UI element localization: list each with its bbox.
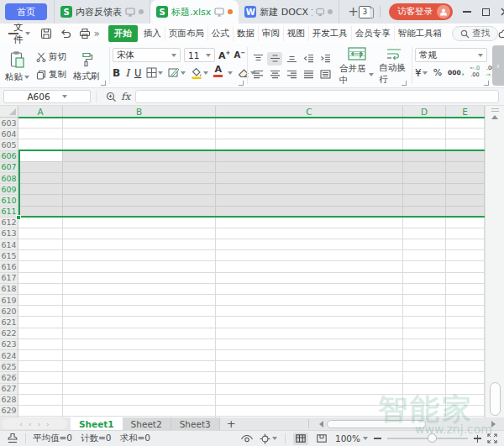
- cell-D612[interactable]: [403, 218, 446, 228]
- split-handle[interactable]: [491, 108, 499, 112]
- cell-C603[interactable]: [216, 118, 403, 129]
- cut-button[interactable]: 剪切: [36, 50, 66, 64]
- row-header-619[interactable]: 619: [0, 295, 18, 306]
- zoom-formula-icon[interactable]: [106, 92, 117, 102]
- copy-button[interactable]: 复制: [36, 68, 66, 81]
- minimize-button[interactable]: [463, 11, 471, 13]
- cell-E606[interactable]: [446, 151, 485, 162]
- font-color-button[interactable]: A: [213, 66, 223, 80]
- cell-E628[interactable]: [446, 395, 485, 406]
- increase-decimal-button[interactable]: ←.0.00: [470, 66, 480, 80]
- row-header-609[interactable]: 609: [0, 184, 18, 195]
- row-header-607[interactable]: 607: [0, 162, 18, 173]
- cell-A621[interactable]: [18, 317, 63, 328]
- select-all-corner[interactable]: [0, 106, 18, 118]
- number-format-select[interactable]: 常规: [415, 48, 487, 62]
- cell-B608[interactable]: [63, 173, 216, 184]
- increase-indent-button[interactable]: [318, 52, 333, 66]
- row-header-614[interactable]: 614: [0, 239, 18, 250]
- ribbon-tab-开始[interactable]: 开始: [108, 25, 138, 42]
- cell-C609[interactable]: [216, 184, 403, 195]
- row-header-603[interactable]: 603: [0, 118, 18, 129]
- cell-E616[interactable]: [446, 261, 485, 272]
- cell-B603[interactable]: [63, 118, 216, 129]
- cell-A608[interactable]: [18, 173, 63, 184]
- ribbon-tab-插入[interactable]: 插入: [140, 26, 165, 41]
- ribbon-tab-审阅[interactable]: 审阅: [259, 26, 284, 41]
- document-tab-3[interactable]: W新建 DOCX 文: [239, 0, 339, 24]
- sheet-tab-Sheet1[interactable]: Sheet1: [71, 417, 123, 430]
- cell-C624[interactable]: [216, 350, 403, 361]
- cell-B606[interactable]: [63, 151, 216, 162]
- sheet-nav-arrows[interactable]: ‹‹››: [2, 418, 67, 429]
- undo-icon[interactable]: [60, 28, 71, 39]
- vertical-scroll-thumb[interactable]: [490, 382, 501, 416]
- increase-font-icon[interactable]: A+: [218, 50, 230, 61]
- first-sheet-icon[interactable]: ‹: [19, 420, 23, 428]
- cell-D615[interactable]: [403, 250, 446, 261]
- cell-D604[interactable]: [403, 129, 446, 139]
- cell-C627[interactable]: [216, 384, 403, 395]
- ribbon-tab-公式[interactable]: 公式: [208, 26, 234, 41]
- cell-B615[interactable]: [63, 250, 216, 261]
- page-break-view-button[interactable]: [314, 433, 329, 445]
- zoom-out-button[interactable]: [374, 438, 381, 439]
- cell-D617[interactable]: [403, 273, 446, 284]
- cell-B626[interactable]: [63, 372, 216, 383]
- row-header-608[interactable]: 608: [0, 173, 18, 184]
- cell-B616[interactable]: [63, 261, 216, 272]
- row-header-618[interactable]: 618: [0, 284, 18, 295]
- cell-B621[interactable]: [63, 317, 216, 328]
- cell-B609[interactable]: [63, 184, 216, 195]
- ribbon-tab-开发工具[interactable]: 开发工具: [309, 26, 352, 41]
- ribbon-tab-数据[interactable]: 数据: [234, 26, 259, 41]
- cell-B623[interactable]: [63, 339, 216, 350]
- row-header-604[interactable]: 604: [0, 129, 18, 139]
- dialog-launcher-icon[interactable]: [101, 81, 106, 86]
- cell-E618[interactable]: [446, 284, 485, 295]
- cell-E614[interactable]: [446, 239, 485, 250]
- cell-A620[interactable]: [18, 306, 63, 317]
- cell-B614[interactable]: [63, 239, 216, 250]
- last-sheet-icon[interactable]: ›: [46, 420, 50, 428]
- cell-B612[interactable]: [63, 218, 216, 228]
- ribbon-tab-会员专享[interactable]: 会员专享: [352, 26, 395, 41]
- decrease-font-icon[interactable]: A−: [234, 50, 245, 60]
- cell-C612[interactable]: [216, 218, 403, 228]
- cell-D607[interactable]: [403, 162, 446, 173]
- horizontal-scroll-thumb[interactable]: [327, 420, 426, 428]
- cell-D627[interactable]: [403, 384, 446, 395]
- cell-C626[interactable]: [216, 372, 403, 383]
- justify-button[interactable]: [301, 68, 316, 81]
- cell-B618[interactable]: [63, 284, 216, 295]
- align-left-button[interactable]: [250, 68, 265, 81]
- cell-D613[interactable]: [403, 228, 446, 239]
- close-button[interactable]: [501, 8, 504, 16]
- cell-C607[interactable]: [216, 162, 403, 173]
- cell-A615[interactable]: [18, 250, 63, 261]
- cell-A604[interactable]: [18, 129, 63, 139]
- align-middle-button[interactable]: [267, 52, 282, 66]
- row-header-613[interactable]: 613: [0, 228, 18, 239]
- cell-C619[interactable]: [216, 295, 403, 306]
- row-header-623[interactable]: 623: [0, 339, 18, 350]
- cell-D625[interactable]: [403, 361, 446, 372]
- cell-E613[interactable]: [446, 228, 485, 239]
- cell-C617[interactable]: [216, 273, 403, 284]
- fullscreen-icon[interactable]: [487, 433, 497, 443]
- cell-B604[interactable]: [63, 129, 216, 139]
- scroll-up-icon[interactable]: [491, 115, 498, 119]
- paste-button[interactable]: 粘贴: [5, 46, 29, 87]
- cell-A610[interactable]: [18, 195, 63, 206]
- row-header-620[interactable]: 620: [0, 306, 18, 317]
- zoom-level[interactable]: 100%: [335, 433, 368, 443]
- underline-button[interactable]: U: [134, 66, 141, 80]
- cell-C610[interactable]: [216, 195, 403, 206]
- dialog-launcher-icon[interactable]: [484, 81, 489, 86]
- chevron-down-icon[interactable]: [25, 32, 30, 35]
- zoom-in-button[interactable]: [474, 435, 481, 443]
- cell-E603[interactable]: [446, 118, 485, 129]
- cell-B622[interactable]: [63, 328, 216, 339]
- row-header-628[interactable]: 628: [0, 395, 18, 406]
- add-sheet-button[interactable]: +: [227, 417, 236, 430]
